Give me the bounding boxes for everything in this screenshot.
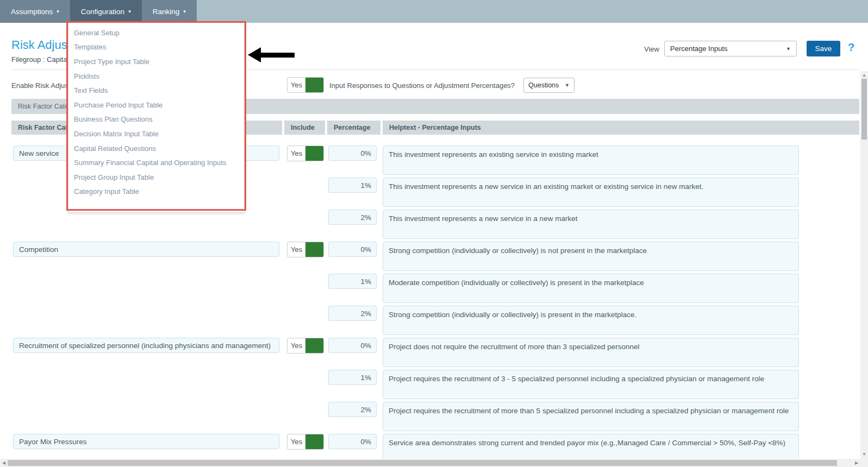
- arrow-head: [248, 47, 261, 62]
- chevron-down-icon: ▾: [183, 9, 186, 14]
- input-responses-question-label: Input Responses to Questions or Adjustme…: [329, 81, 515, 90]
- scrollbar-corner: [860, 459, 868, 467]
- risk-factor-row: Yes Strong competition (individually or …: [0, 242, 868, 335]
- percentage-entry: This investment represents a new service…: [0, 210, 868, 239]
- percentage-input[interactable]: [328, 306, 377, 321]
- chevron-down-icon: ▾: [57, 9, 59, 14]
- column-header-helptext: Helptext - Percentage Inputs: [383, 121, 859, 135]
- view-label: View: [644, 45, 659, 53]
- dropdown-arrow-icon: ▼: [565, 83, 570, 88]
- percentage-entry: Moderate competition (individually or co…: [0, 274, 868, 303]
- section-bar-label: Risk Factor Catego: [18, 103, 76, 110]
- vertical-scrollbar: ▲ ▼: [860, 71, 868, 459]
- risk-factor-row: Yes Project does not require the recruit…: [0, 338, 868, 431]
- nav-item-configuration[interactable]: Configuration ▾: [70, 0, 142, 23]
- enable-risk-adjustment-label: Enable Risk Adjust: [11, 81, 70, 90]
- menu-item-purchase-period-input-table[interactable]: Purchase Period Input Table: [68, 98, 244, 112]
- menu-item-project-type-input-table[interactable]: Project Type Input Table: [68, 54, 244, 69]
- helptext-input[interactable]: Project requires the recruitment of 3 - …: [383, 370, 799, 399]
- column-header-percentage: Percentage: [327, 121, 380, 135]
- percentage-input[interactable]: [328, 146, 377, 161]
- helptext-input[interactable]: Strong competition (individually or coll…: [383, 306, 799, 335]
- percentage-input[interactable]: [328, 210, 377, 225]
- dropdown-arrow-icon: ▼: [786, 46, 791, 52]
- view-select[interactable]: Percentage Inputs ▼: [664, 41, 797, 56]
- menu-item-general-setup[interactable]: General Setup: [68, 26, 244, 40]
- horizontal-scrollbar: ◀ ▶: [0, 459, 860, 467]
- menu-item-templates[interactable]: Templates: [68, 40, 244, 55]
- arrow-shaft: [261, 53, 295, 58]
- config-dropdown-items: General SetupTemplatesProject Type Input…: [68, 26, 244, 199]
- help-icon[interactable]: ?: [848, 41, 854, 54]
- menu-item-decision-matrix-input-table[interactable]: Decision Matrix Input Table: [68, 127, 244, 141]
- percentage-entry: Strong competition (individually or coll…: [0, 242, 868, 271]
- nav-item-label: Configuration: [81, 8, 124, 16]
- menu-item-business-plan-questions[interactable]: Business Plan Questions: [68, 112, 244, 127]
- scroll-down-icon[interactable]: ▼: [860, 451, 868, 458]
- percentage-entry: Project does not require the recruitment…: [0, 338, 868, 367]
- percentage-entry: Strong competition (individually or coll…: [0, 306, 868, 335]
- percentage-input[interactable]: [328, 370, 377, 385]
- column-header-include: Include: [284, 121, 325, 135]
- page-title: Risk Adjus: [11, 38, 67, 52]
- horizontal-scrollbar-thumb[interactable]: [8, 460, 837, 466]
- scroll-left-icon[interactable]: ◀: [1, 459, 7, 467]
- helptext-input[interactable]: Project requires the recruitment of more…: [383, 402, 799, 431]
- percentage-input[interactable]: [328, 274, 377, 289]
- responses-mode-select[interactable]: Questions ▼: [523, 78, 574, 93]
- menu-item-project-group-input-table[interactable]: Project Group Input Table: [68, 170, 244, 185]
- menu-item-summary-financial-capital-and-operating-inputs[interactable]: Summary Financial Capital and Operating …: [68, 155, 244, 170]
- percentage-entry: Project requires the recruitment of more…: [0, 402, 868, 431]
- percentage-input[interactable]: [328, 402, 377, 417]
- helptext-input[interactable]: This investment represents a new service…: [383, 210, 799, 239]
- percentage-input[interactable]: [328, 434, 377, 449]
- row-entries: Project does not require the recruitment…: [0, 338, 868, 434]
- percentage-input[interactable]: [328, 178, 377, 193]
- menu-item-capital-related-questions[interactable]: Capital Related Questions: [68, 141, 244, 156]
- scroll-up-icon[interactable]: ▲: [860, 72, 868, 79]
- save-button[interactable]: Save: [807, 41, 840, 56]
- nav-item-label: Ranking: [153, 8, 180, 16]
- config-dropdown: General SetupTemplatesProject Type Input…: [68, 23, 245, 213]
- menu-item-picklists[interactable]: Picklists: [68, 69, 244, 84]
- nav-item-ranking[interactable]: Ranking ▾: [142, 0, 197, 23]
- risk-adjustment-page: Assumptions ▾ Configuration ▾ Ranking ▾ …: [0, 0, 868, 467]
- helptext-input[interactable]: This investment represents an existing s…: [383, 146, 799, 175]
- view-select-value: Percentage Inputs: [670, 45, 728, 53]
- scroll-right-icon[interactable]: ▶: [853, 459, 860, 467]
- nav-item-assumptions[interactable]: Assumptions ▾: [0, 0, 70, 23]
- nav-item-label: Assumptions: [11, 8, 53, 16]
- helptext-input[interactable]: Strong competition (individually or coll…: [383, 242, 799, 271]
- toggle-label: Yes: [288, 78, 305, 92]
- page-subtitle: Filegroup : Capita: [11, 55, 67, 64]
- helptext-input[interactable]: Project does not require the recruitment…: [383, 338, 799, 367]
- vertical-scrollbar-thumb[interactable]: [861, 79, 867, 140]
- percentage-entry: Project requires the recruitment of 3 - …: [0, 370, 868, 399]
- percentage-input[interactable]: [328, 242, 377, 257]
- responses-mode-value: Questions: [528, 81, 559, 89]
- helptext-input[interactable]: Moderate competition (individually or co…: [383, 274, 799, 303]
- chevron-down-icon: ▾: [128, 9, 131, 14]
- menu-item-category-input-table[interactable]: Category Input Table: [68, 185, 244, 199]
- annotation-arrow-icon: [248, 47, 295, 62]
- enable-risk-adjustment-toggle[interactable]: Yes: [287, 77, 324, 93]
- menu-item-text-fields[interactable]: Text Fields: [68, 83, 244, 98]
- helptext-input[interactable]: This investment represents a new service…: [383, 178, 799, 207]
- percentage-input[interactable]: [328, 338, 377, 353]
- row-entries: Strong competition (individually or coll…: [0, 242, 868, 338]
- top-nav: Assumptions ▾ Configuration ▾ Ranking ▾: [0, 0, 868, 23]
- toggle-on-indicator: [305, 78, 323, 92]
